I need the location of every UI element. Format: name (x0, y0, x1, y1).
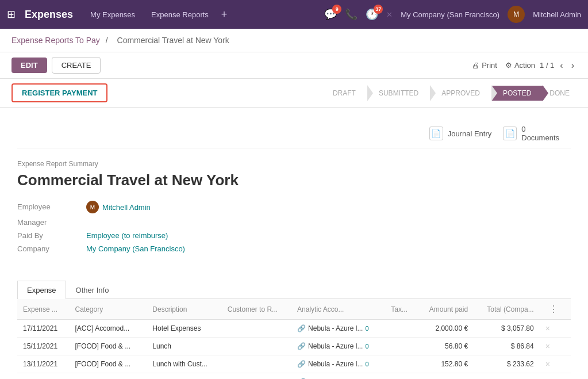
edit-button[interactable]: EDIT (11, 58, 47, 73)
cell-category: [TRANS] Flights,... (69, 373, 147, 380)
cell-delete[interactable]: × (540, 320, 571, 338)
cell-delete[interactable]: × (540, 355, 571, 373)
journal-icon: 📄 (429, 127, 443, 140)
paid-by-label: Paid By (17, 231, 86, 240)
breadcrumb-separator: / (106, 36, 108, 45)
company-name[interactable]: My Company (San Francisco) (401, 10, 499, 19)
top-nav: ⊞ Expenses My Expenses Expense Reports +… (0, 0, 588, 29)
cell-total: $ 3,057.80 (474, 320, 540, 338)
user-avatar[interactable]: M (508, 6, 525, 23)
cell-date: 17/11/2021 (17, 320, 69, 338)
nav-separator: ✕ (386, 10, 393, 19)
cell-delete[interactable]: × (540, 373, 571, 380)
cell-description: Travel by Air (147, 373, 221, 380)
tabs: Expense Other Info (17, 281, 571, 299)
delete-icon[interactable]: × (545, 324, 550, 333)
col-analytic: Analytic Acco... (291, 299, 385, 320)
action-button[interactable]: ⚙ Action (505, 61, 535, 70)
print-icon: 🖨 (472, 61, 479, 70)
col-description: Description (147, 299, 221, 320)
breadcrumb-parent[interactable]: Expense Reports To Pay (11, 36, 100, 45)
cell-amount: 56.80 € (417, 338, 474, 355)
report-title: Commercial Travel at New York (17, 171, 571, 189)
manager-row: Manager (17, 218, 571, 227)
clock-badge: 37 (374, 5, 383, 14)
analytic-count[interactable]: 0 (365, 343, 368, 350)
grid-icon[interactable]: ⊞ (7, 8, 16, 21)
summary-label: Expense Report Summary (17, 160, 571, 168)
table-row[interactable]: 15/11/2021 [FOOD] Food & ... Lunch 🔗 Neb… (17, 338, 571, 355)
pagination-info: 1 / 1 (540, 61, 554, 70)
analytic-count[interactable]: 0 (365, 361, 368, 367)
cell-analytic: 🔗 Our Super Prod... 0 (291, 373, 385, 380)
cell-total: $ 233.62 (474, 355, 540, 373)
col-date: Expense ... (17, 299, 69, 320)
breadcrumb-current: Commercial Travel at New York (117, 36, 229, 45)
cell-customer (222, 338, 291, 355)
cell-amount: 2,000.00 € (417, 320, 474, 338)
cell-date: 12/11/2021 (17, 373, 69, 380)
employee-label: Employee (17, 202, 86, 211)
cell-amount: 700.00 € (417, 373, 474, 380)
table-row[interactable]: 12/11/2021 [TRANS] Flights,... Travel by… (17, 373, 571, 380)
phone-icon[interactable]: 📞 (345, 8, 358, 21)
analytic-name: Nebula - Azure l... (308, 324, 363, 332)
main-card: 📄 Journal Entry 📄 0 Documents Expense Re… (0, 108, 588, 379)
cell-tax (385, 320, 417, 338)
delete-icon[interactable]: × (545, 359, 550, 369)
breadcrumb: Expense Reports To Pay / Commercial Trav… (0, 29, 588, 52)
chat-icon[interactable]: 💬 9 (324, 8, 337, 21)
nav-my-expenses[interactable]: My Expenses (87, 8, 139, 21)
tab-other-info[interactable]: Other Info (66, 281, 119, 299)
create-button[interactable]: CREATE (52, 57, 101, 74)
nav-expense-reports[interactable]: Expense Reports (148, 8, 212, 21)
prev-page-button[interactable]: ‹ (558, 59, 565, 72)
employee-row: Employee M Mitchell Admin (17, 201, 571, 213)
column-options-icon[interactable]: ⋮ (545, 304, 562, 314)
table-row[interactable]: 13/11/2021 [FOOD] Food & ... Lunch with … (17, 355, 571, 373)
form-section: Expense Report Summary Commercial Travel… (17, 148, 571, 269)
clock-icon[interactable]: 🕐 37 (366, 8, 378, 21)
link-icon: 🔗 (297, 324, 306, 332)
cell-analytic: 🔗 Nebula - Azure l... 0 (291, 320, 385, 338)
link-icon: 🔗 (297, 360, 306, 368)
analytic-count[interactable]: 0 (365, 325, 368, 332)
employee-avatar: M (86, 201, 99, 213)
expense-table: Expense ... Category Description Custome… (17, 299, 571, 379)
next-page-button[interactable]: › (569, 59, 577, 72)
gear-icon: ⚙ (505, 61, 512, 70)
user-name[interactable]: Mitchell Admin (533, 10, 581, 19)
cell-category: [FOOD] Food & ... (69, 338, 147, 355)
col-actions: ⋮ (540, 299, 571, 320)
status-submitted[interactable]: SUBMITTED (367, 86, 430, 101)
status-draft[interactable]: DRAFT (321, 86, 367, 101)
cell-tax (385, 373, 417, 380)
cell-delete[interactable]: × (540, 338, 571, 355)
cell-description: Lunch with Cust... (147, 355, 221, 373)
company-label: Company (17, 244, 86, 253)
paid-by-value[interactable]: Employee (to reimburse) (86, 231, 168, 240)
status-approved[interactable]: APPROVED (430, 86, 491, 101)
documents-button[interactable]: 📄 0 Documents (503, 125, 559, 142)
cell-analytic: 🔗 Nebula - Azure l... 0 (291, 355, 385, 373)
table-row[interactable]: 17/11/2021 [ACC] Accomod... Hotel Expens… (17, 320, 571, 338)
cell-amount: 152.80 € (417, 355, 474, 373)
tab-expense[interactable]: Expense (17, 281, 66, 299)
company-value[interactable]: My Company (San Francisco) (86, 244, 185, 253)
print-button[interactable]: 🖨 Print (472, 61, 497, 70)
register-payment-button[interactable]: REGISTER PAYMENT (11, 83, 107, 102)
cell-date: 13/11/2021 (17, 355, 69, 373)
col-customer: Customer to R... (222, 299, 291, 320)
employee-value[interactable]: Mitchell Admin (102, 203, 151, 212)
cell-tax (385, 338, 417, 355)
delete-icon[interactable]: × (545, 342, 550, 351)
cell-total: $ 1,070.23 (474, 373, 540, 380)
status-posted[interactable]: POSTED (491, 86, 543, 101)
chat-badge: 9 (332, 5, 341, 14)
cell-date: 15/11/2021 (17, 338, 69, 355)
status-steps: DRAFT SUBMITTED APPROVED POSTED DONE (321, 86, 577, 101)
cell-analytic: 🔗 Nebula - Azure l... 0 (291, 338, 385, 355)
status-bar: REGISTER PAYMENT DRAFT SUBMITTED APPROVE… (0, 79, 588, 108)
journal-entry-button[interactable]: 📄 Journal Entry (429, 127, 492, 140)
nav-add-button[interactable]: + (221, 9, 228, 21)
